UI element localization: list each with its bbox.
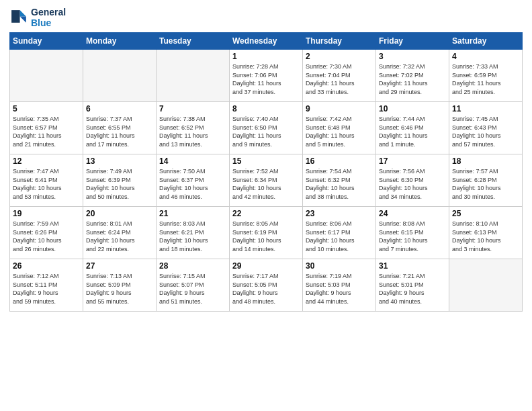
calendar-cell: 22Sunrise: 8:05 AM Sunset: 6:19 PM Dayli… xyxy=(230,207,303,259)
svg-marker-0 xyxy=(20,10,26,16)
day-number: 5 xyxy=(13,104,80,113)
calendar-cell: 28Sunrise: 7:15 AM Sunset: 5:07 PM Dayli… xyxy=(157,259,230,312)
logo-icon xyxy=(9,8,28,27)
calendar-cell: 15Sunrise: 7:52 AM Sunset: 6:34 PM Dayli… xyxy=(230,154,303,207)
calendar-cell: 18Sunrise: 7:57 AM Sunset: 6:28 PM Dayli… xyxy=(449,154,523,207)
calendar-cell xyxy=(157,50,230,102)
col-header-wednesday: Wednesday xyxy=(230,33,303,50)
cell-info: Sunrise: 7:33 AM Sunset: 6:59 PM Dayligh… xyxy=(452,62,519,96)
day-number: 29 xyxy=(232,261,300,271)
calendar-cell: 19Sunrise: 7:59 AM Sunset: 6:26 PM Dayli… xyxy=(10,207,83,259)
day-number: 7 xyxy=(159,104,226,113)
logo-text: General Blue xyxy=(31,7,66,28)
cell-info: Sunrise: 7:30 AM Sunset: 7:04 PM Dayligh… xyxy=(306,62,373,96)
calendar-cell: 20Sunrise: 8:01 AM Sunset: 6:24 PM Dayli… xyxy=(83,207,157,259)
calendar-cell: 24Sunrise: 8:08 AM Sunset: 6:15 PM Dayli… xyxy=(376,207,449,259)
cell-info: Sunrise: 7:50 AM Sunset: 6:37 PM Dayligh… xyxy=(159,167,226,201)
cell-info: Sunrise: 7:35 AM Sunset: 6:57 PM Dayligh… xyxy=(13,115,80,148)
cell-info: Sunrise: 7:38 AM Sunset: 6:52 PM Dayligh… xyxy=(159,115,226,148)
page-container: General Blue SundayMondayTuesdayWednesda… xyxy=(0,0,532,318)
svg-rect-2 xyxy=(11,10,19,23)
cell-info: Sunrise: 7:52 AM Sunset: 6:34 PM Dayligh… xyxy=(232,167,300,201)
cell-info: Sunrise: 7:17 AM Sunset: 5:05 PM Dayligh… xyxy=(232,272,300,306)
cell-info: Sunrise: 7:45 AM Sunset: 6:43 PM Dayligh… xyxy=(452,115,519,148)
cell-info: Sunrise: 7:59 AM Sunset: 6:26 PM Dayligh… xyxy=(13,220,80,253)
calendar-cell: 5Sunrise: 7:35 AM Sunset: 6:57 PM Daylig… xyxy=(10,102,83,154)
cell-info: Sunrise: 7:19 AM Sunset: 5:03 PM Dayligh… xyxy=(306,272,373,306)
day-number: 13 xyxy=(86,156,153,166)
day-number: 6 xyxy=(86,104,153,113)
calendar-cell: 14Sunrise: 7:50 AM Sunset: 6:37 PM Dayli… xyxy=(157,154,230,207)
cell-info: Sunrise: 7:42 AM Sunset: 6:48 PM Dayligh… xyxy=(306,115,373,148)
cell-info: Sunrise: 7:54 AM Sunset: 6:32 PM Dayligh… xyxy=(306,167,373,201)
col-header-sunday: Sunday xyxy=(10,33,83,50)
col-header-friday: Friday xyxy=(376,33,449,50)
day-number: 24 xyxy=(379,209,446,218)
calendar-cell: 23Sunrise: 8:06 AM Sunset: 6:17 PM Dayli… xyxy=(303,207,376,259)
day-number: 22 xyxy=(232,209,300,218)
cell-info: Sunrise: 7:13 AM Sunset: 5:09 PM Dayligh… xyxy=(86,272,153,306)
cell-info: Sunrise: 8:10 AM Sunset: 6:13 PM Dayligh… xyxy=(452,220,519,253)
day-number: 12 xyxy=(13,156,80,166)
day-number: 28 xyxy=(159,261,226,271)
col-header-thursday: Thursday xyxy=(303,33,376,50)
day-number: 10 xyxy=(379,104,446,113)
calendar-cell: 21Sunrise: 8:03 AM Sunset: 6:21 PM Dayli… xyxy=(157,207,230,259)
cell-info: Sunrise: 7:40 AM Sunset: 6:50 PM Dayligh… xyxy=(232,115,300,148)
col-header-tuesday: Tuesday xyxy=(157,33,230,50)
cell-info: Sunrise: 7:37 AM Sunset: 6:55 PM Dayligh… xyxy=(86,115,153,148)
day-number: 30 xyxy=(306,261,373,271)
calendar-cell: 8Sunrise: 7:40 AM Sunset: 6:50 PM Daylig… xyxy=(230,102,303,154)
day-number: 1 xyxy=(232,52,300,61)
calendar-cell: 30Sunrise: 7:19 AM Sunset: 5:03 PM Dayli… xyxy=(303,259,376,312)
cell-info: Sunrise: 7:28 AM Sunset: 7:06 PM Dayligh… xyxy=(232,62,300,96)
svg-marker-1 xyxy=(20,16,26,22)
cell-info: Sunrise: 8:03 AM Sunset: 6:21 PM Dayligh… xyxy=(159,220,226,253)
calendar-cell: 7Sunrise: 7:38 AM Sunset: 6:52 PM Daylig… xyxy=(157,102,230,154)
day-number: 21 xyxy=(159,209,226,218)
cell-info: Sunrise: 8:01 AM Sunset: 6:24 PM Dayligh… xyxy=(86,220,153,253)
day-number: 15 xyxy=(232,156,300,166)
cell-info: Sunrise: 7:32 AM Sunset: 7:02 PM Dayligh… xyxy=(379,62,446,96)
calendar-cell xyxy=(449,259,523,312)
logo: General Blue xyxy=(9,7,66,28)
cell-info: Sunrise: 7:12 AM Sunset: 5:11 PM Dayligh… xyxy=(13,272,80,306)
day-number: 11 xyxy=(452,104,519,113)
col-header-monday: Monday xyxy=(83,33,157,50)
day-number: 20 xyxy=(86,209,153,218)
calendar-cell: 10Sunrise: 7:44 AM Sunset: 6:46 PM Dayli… xyxy=(376,102,449,154)
day-number: 27 xyxy=(86,261,153,271)
calendar-cell: 2Sunrise: 7:30 AM Sunset: 7:04 PM Daylig… xyxy=(303,50,376,102)
calendar-cell: 3Sunrise: 7:32 AM Sunset: 7:02 PM Daylig… xyxy=(376,50,449,102)
calendar-cell: 17Sunrise: 7:56 AM Sunset: 6:30 PM Dayli… xyxy=(376,154,449,207)
calendar-cell: 4Sunrise: 7:33 AM Sunset: 6:59 PM Daylig… xyxy=(449,50,523,102)
day-number: 23 xyxy=(306,209,373,218)
day-number: 18 xyxy=(452,156,519,166)
cell-info: Sunrise: 7:47 AM Sunset: 6:41 PM Dayligh… xyxy=(13,167,80,201)
cell-info: Sunrise: 7:49 AM Sunset: 6:39 PM Dayligh… xyxy=(86,167,153,201)
cell-info: Sunrise: 8:05 AM Sunset: 6:19 PM Dayligh… xyxy=(232,220,300,253)
calendar-cell xyxy=(83,50,157,102)
day-number: 25 xyxy=(452,209,519,218)
calendar-cell: 9Sunrise: 7:42 AM Sunset: 6:48 PM Daylig… xyxy=(303,102,376,154)
day-number: 31 xyxy=(379,261,446,271)
calendar-cell: 25Sunrise: 8:10 AM Sunset: 6:13 PM Dayli… xyxy=(449,207,523,259)
calendar-cell: 16Sunrise: 7:54 AM Sunset: 6:32 PM Dayli… xyxy=(303,154,376,207)
calendar-cell: 11Sunrise: 7:45 AM Sunset: 6:43 PM Dayli… xyxy=(449,102,523,154)
day-number: 26 xyxy=(13,261,80,271)
day-number: 3 xyxy=(379,52,446,61)
calendar-table: SundayMondayTuesdayWednesdayThursdayFrid… xyxy=(9,32,523,312)
calendar-cell: 27Sunrise: 7:13 AM Sunset: 5:09 PM Dayli… xyxy=(83,259,157,312)
col-header-saturday: Saturday xyxy=(449,33,523,50)
calendar-cell: 13Sunrise: 7:49 AM Sunset: 6:39 PM Dayli… xyxy=(83,154,157,207)
calendar-cell xyxy=(10,50,83,102)
calendar-cell: 12Sunrise: 7:47 AM Sunset: 6:41 PM Dayli… xyxy=(10,154,83,207)
calendar-cell: 29Sunrise: 7:17 AM Sunset: 5:05 PM Dayli… xyxy=(230,259,303,312)
cell-info: Sunrise: 7:57 AM Sunset: 6:28 PM Dayligh… xyxy=(452,167,519,201)
day-number: 9 xyxy=(306,104,373,113)
day-number: 14 xyxy=(159,156,226,166)
calendar-cell: 6Sunrise: 7:37 AM Sunset: 6:55 PM Daylig… xyxy=(83,102,157,154)
cell-info: Sunrise: 7:15 AM Sunset: 5:07 PM Dayligh… xyxy=(159,272,226,306)
day-number: 8 xyxy=(232,104,300,113)
cell-info: Sunrise: 7:44 AM Sunset: 6:46 PM Dayligh… xyxy=(379,115,446,148)
